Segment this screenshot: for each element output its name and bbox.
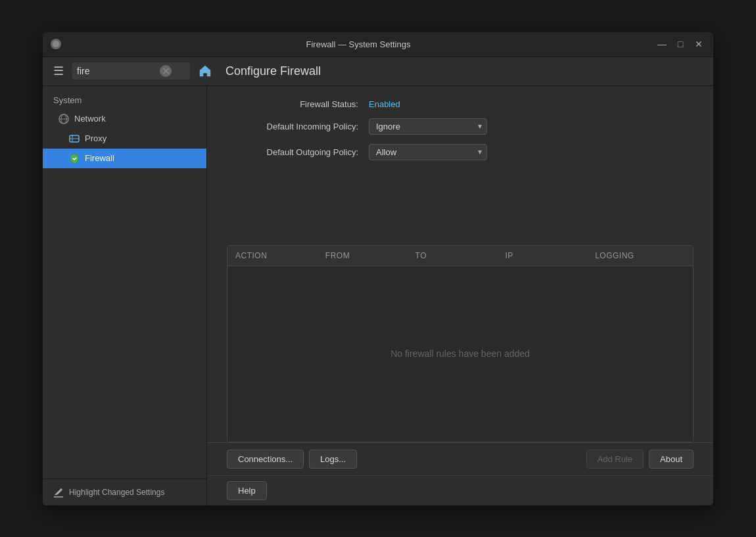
outgoing-policy-label: Default Outgoing Policy: xyxy=(227,147,358,157)
proxy-icon xyxy=(69,133,80,144)
outgoing-policy-select[interactable]: Allow Deny Ignore xyxy=(369,144,487,160)
help-bar: Help xyxy=(207,475,713,505)
incoming-policy-row: Default Incoming Policy: Ignore Allow De… xyxy=(227,118,694,135)
sidebar-label-firewall: Firewall xyxy=(85,153,114,163)
search-clear-button[interactable]: ✕ xyxy=(160,65,172,77)
content-area: Firewall Status: Enabled Default Incomin… xyxy=(207,86,713,505)
search-container: ✕ xyxy=(72,62,190,80)
home-button[interactable] xyxy=(195,61,215,81)
highlight-changed-button[interactable]: Highlight Changed Settings xyxy=(43,479,206,505)
sidebar-label-network: Network xyxy=(74,114,106,124)
maximize-button[interactable]: □ xyxy=(674,37,687,51)
column-logging: Logging xyxy=(595,251,685,260)
search-input[interactable] xyxy=(77,66,156,76)
page-title: Configure Firewall xyxy=(225,64,321,78)
window-title: Firewall — System Settings xyxy=(61,39,655,49)
help-button[interactable]: Help xyxy=(227,481,267,500)
sidebar-item-network[interactable]: Network xyxy=(43,109,206,129)
app-icon xyxy=(51,39,61,49)
table-header: Action From To IP Logging xyxy=(227,246,693,266)
sidebar-item-proxy[interactable]: Proxy xyxy=(43,129,206,149)
outgoing-policy-row: Default Outgoing Policy: Allow Deny Igno… xyxy=(227,144,694,160)
bottom-bar: Connections... Logs... Add Rule About xyxy=(207,442,713,475)
sidebar-content: System Network xyxy=(43,86,206,479)
firewall-status-row: Firewall Status: Enabled xyxy=(227,99,694,109)
main-body: System Network xyxy=(43,86,713,505)
sidebar-label-proxy: Proxy xyxy=(85,133,106,143)
table-body: No firewall rules have been added xyxy=(227,266,693,442)
add-rule-button: Add Rule xyxy=(586,450,644,469)
svg-point-0 xyxy=(53,41,59,47)
column-ip: IP xyxy=(505,251,595,260)
firewall-rules-table: Action From To IP Logging No firewall ru… xyxy=(227,245,694,442)
home-icon xyxy=(198,64,212,78)
column-to: To xyxy=(415,251,506,260)
logs-button[interactable]: Logs... xyxy=(309,450,357,469)
incoming-policy-select-wrapper: Ignore Allow Deny xyxy=(369,118,487,135)
incoming-policy-label: Default Incoming Policy: xyxy=(227,122,358,131)
firewall-icon xyxy=(69,153,80,164)
firewall-status-label: Firewall Status: xyxy=(227,99,358,109)
close-button[interactable]: ✕ xyxy=(692,37,705,51)
sidebar: System Network xyxy=(43,86,207,505)
about-button[interactable]: About xyxy=(649,450,694,469)
titlebar: Firewall — System Settings — □ ✕ xyxy=(43,32,713,57)
outgoing-policy-select-wrapper: Allow Deny Ignore xyxy=(369,144,487,160)
network-icon xyxy=(59,114,69,124)
incoming-policy-select[interactable]: Ignore Allow Deny xyxy=(369,118,487,135)
searchbar: ☰ ✕ Configure Firewall xyxy=(43,57,713,86)
hamburger-button[interactable]: ☰ xyxy=(51,61,66,81)
firewall-status-value: Enabled xyxy=(369,99,400,109)
main-window: Firewall — System Settings — □ ✕ ☰ ✕ Con… xyxy=(43,32,713,505)
column-from: From xyxy=(325,251,415,260)
highlight-icon xyxy=(53,487,64,498)
connections-button[interactable]: Connections... xyxy=(227,450,304,469)
sidebar-item-firewall[interactable]: Firewall xyxy=(43,149,206,168)
table-empty-message: No firewall rules have been added xyxy=(390,348,530,359)
sidebar-section-system: System xyxy=(43,91,206,109)
minimize-button[interactable]: — xyxy=(655,37,669,51)
highlight-changed-label: Highlight Changed Settings xyxy=(69,488,164,497)
window-controls: — □ ✕ xyxy=(655,37,705,51)
content-inner: Firewall Status: Enabled Default Incomin… xyxy=(207,86,713,245)
column-action: Action xyxy=(235,251,325,260)
